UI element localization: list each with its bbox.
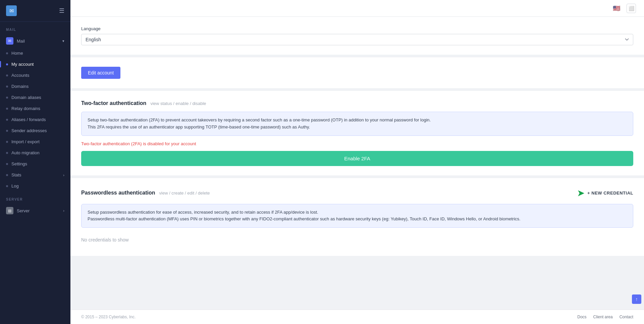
hamburger-menu-icon[interactable]: ☰ [59, 7, 64, 14]
server-section-label: SERVER [0, 192, 70, 204]
passwordless-title-group: Passwordless authentication view / creat… [81, 190, 210, 196]
nav-dot [6, 74, 8, 76]
nav-dot [6, 130, 8, 132]
sidebar-mail-label: Mail [17, 39, 25, 44]
footer-client-area-link[interactable]: Client area [593, 315, 613, 319]
new-credential-arrow-icon: ➤ [577, 187, 585, 199]
nav-dot [6, 174, 8, 176]
window-icon: ⬜ [629, 6, 634, 11]
main-area: 🇺🇸 ⬜ Language English French German Span… [70, 0, 644, 324]
sidebar-item-server[interactable]: ▤ Server › [0, 204, 70, 217]
language-card: Language English French German Spanish I… [70, 17, 644, 55]
footer-contact-link[interactable]: Contact [620, 315, 633, 319]
edit-account-button[interactable]: Edit account [81, 67, 120, 79]
nav-dot [6, 52, 8, 54]
footer-docs-link[interactable]: Docs [577, 315, 586, 319]
enable-2fa-button[interactable]: Enable 2FA [81, 151, 633, 166]
no-credentials-text: No credentials to show [81, 233, 633, 247]
twofa-header: Two-factor authentication view status / … [81, 100, 633, 106]
nav-dot [6, 86, 8, 88]
passwordless-info-box: Setup passwordless authentication for ea… [81, 204, 633, 228]
footer: © 2015 – 2023 Cyberlabs, Inc. Docs Clien… [70, 310, 644, 324]
sidebar-item-relay-domains[interactable]: Relay domains [0, 103, 70, 114]
sidebar-item-stats[interactable]: Stats › [0, 169, 70, 180]
twofa-info-box: Setup two-factor authentication (2FA) to… [81, 112, 633, 136]
sidebar-item-log[interactable]: Log [0, 180, 70, 192]
sidebar-server-label: Server [17, 208, 30, 213]
nav-dot-active [6, 63, 8, 65]
new-credential-button[interactable]: + NEW CREDENTIAL [587, 191, 633, 196]
mail-logo-icon: ✉ [6, 5, 17, 16]
sidebar-item-domains[interactable]: Domains [0, 81, 70, 92]
sidebar-item-label: Home [11, 51, 23, 56]
mail-icon-box: ✉ [6, 37, 13, 45]
sidebar-item-label: My account [11, 62, 34, 67]
sidebar-item-label: Import / export [11, 139, 40, 144]
sidebar-item-label: Stats [11, 172, 21, 177]
language-label: Language [81, 26, 633, 31]
passwordless-card: Passwordless authentication view / creat… [70, 178, 644, 256]
sidebar-item-label: Relay domains [11, 106, 40, 111]
mail-icon: ✉ [8, 39, 11, 43]
passwordless-info-line1: Setup passwordless authentication for ea… [88, 209, 627, 216]
sidebar: ✉ ☰ MAIL ✉ Mail ▾ Home My account ➤ Acco… [0, 0, 70, 324]
passwordless-title: Passwordless authentication [81, 190, 155, 196]
passwordless-subtitle: view / create / edit / delete [159, 191, 210, 196]
twofa-title: Two-factor authentication [81, 100, 146, 106]
nav-dot [6, 152, 8, 154]
nav-dot [6, 185, 8, 187]
nav-dot [6, 119, 8, 121]
mail-section-label: MAIL [0, 22, 70, 34]
sidebar-item-sender-addresses[interactable]: Sender addresses [0, 125, 70, 136]
passwordless-info-line2: Passwordless multi-factor authentication… [88, 216, 627, 223]
sidebar-item-label: Domain aliases [11, 95, 41, 100]
nav-dot [6, 141, 8, 143]
sidebar-item-accounts[interactable]: Accounts [0, 70, 70, 81]
new-credential-area: ➤ + NEW CREDENTIAL [577, 187, 633, 199]
chevron-down-icon: ▾ [62, 39, 64, 43]
sidebar-item-domain-aliases[interactable]: Domain aliases [0, 92, 70, 103]
nav-dot [6, 108, 8, 110]
twofa-card: Two-factor authentication view status / … [70, 91, 644, 175]
language-flag[interactable]: 🇺🇸 [612, 4, 621, 13]
server-icon: ▤ [6, 207, 13, 214]
sidebar-item-label: Settings [11, 161, 27, 166]
nav-dot [6, 97, 8, 99]
topbar: 🇺🇸 ⬜ [70, 0, 644, 17]
server-chevron-icon: › [63, 209, 64, 213]
sidebar-item-label: Domains [11, 84, 29, 89]
sidebar-item-label: Accounts [11, 73, 29, 78]
sidebar-item-mail[interactable]: ✉ Mail ▾ [0, 34, 70, 48]
twofa-info-line1: Setup two-factor authentication (2FA) to… [88, 117, 627, 124]
window-toggle-icon[interactable]: ⬜ [627, 4, 636, 13]
scroll-to-top-button[interactable]: ↑ [632, 294, 641, 304]
sidebar-item-settings[interactable]: Settings [0, 158, 70, 169]
sidebar-item-auto-migration[interactable]: Auto migration [0, 147, 70, 158]
footer-links: Docs Client area Contact [577, 315, 633, 319]
sidebar-item-label: Log [11, 183, 19, 188]
twofa-info-line2: This 2FA requires the use of an authenti… [88, 124, 627, 131]
sidebar-item-label: Sender addresses [11, 128, 47, 133]
sidebar-item-my-account[interactable]: My account ➤ [0, 59, 70, 70]
language-select[interactable]: English French German Spanish Italian Po… [81, 34, 633, 45]
sidebar-item-label: Aliases / forwards [11, 117, 46, 122]
stats-chevron-icon: › [63, 173, 64, 177]
sidebar-logo: ✉ ☰ [0, 0, 70, 22]
content-scroll: Language English French German Spanish I… [70, 17, 644, 310]
twofa-status: Two-factor authentication (2FA) is disab… [81, 141, 633, 146]
sidebar-item-aliases-forwards[interactable]: Aliases / forwards [0, 114, 70, 125]
sidebar-item-home[interactable]: Home [0, 48, 70, 59]
passwordless-header: Passwordless authentication view / creat… [81, 187, 633, 199]
footer-copyright: © 2015 – 2023 Cyberlabs, Inc. [81, 315, 136, 319]
sidebar-item-label: Auto migration [11, 150, 40, 155]
twofa-subtitle: view status / enable / disable [150, 101, 206, 106]
sidebar-item-import-export[interactable]: Import / export [0, 136, 70, 147]
edit-account-card: Edit account [70, 57, 644, 88]
nav-dot [6, 163, 8, 165]
